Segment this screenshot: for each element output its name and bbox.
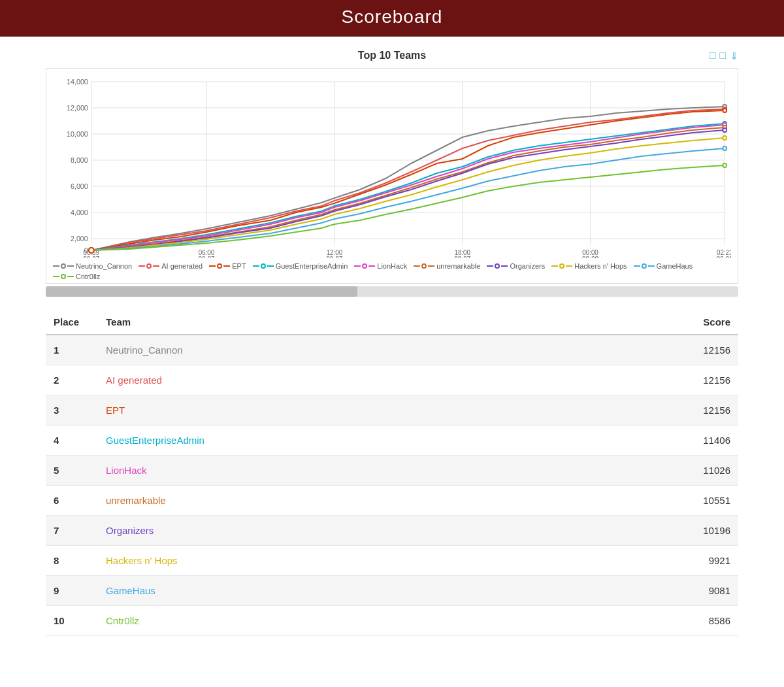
- svg-point-43: [723, 136, 727, 140]
- team-cell[interactable]: Neutrino_Cannon: [98, 335, 563, 365]
- svg-point-45: [723, 163, 727, 167]
- team-cell[interactable]: GameHaus: [98, 576, 563, 606]
- place-cell: 6: [46, 486, 98, 516]
- svg-text:8,000: 8,000: [71, 156, 88, 164]
- svg-text:2,000: 2,000: [71, 235, 88, 243]
- legend-unremarkable: unremarkable: [414, 262, 480, 270]
- svg-text:08-07: 08-07: [83, 256, 99, 258]
- team-link[interactable]: AI generated: [106, 375, 162, 386]
- score-cell: 9921: [563, 546, 738, 576]
- legend-hackers-hops: Hackers n' Hops: [551, 262, 627, 270]
- chart-container: 14,000 12,000 10,000 8,000 6,000 4,000 2…: [46, 68, 738, 284]
- team-link[interactable]: Cntr0llz: [106, 615, 139, 626]
- team-link[interactable]: unremarkable: [106, 495, 166, 506]
- main-content: Top 10 Teams □ □ ⇓: [33, 37, 751, 662]
- table-header: Place Team Score: [46, 310, 738, 335]
- resize-icon[interactable]: □: [719, 50, 726, 62]
- place-cell: 8: [46, 546, 98, 576]
- table-row: 2 AI generated 12156: [46, 365, 738, 395]
- table-row: 7 Organizers 10196: [46, 516, 738, 546]
- svg-text:08-07: 08-07: [326, 256, 342, 258]
- svg-point-35: [89, 248, 94, 253]
- chart-legend: Neutrino_Cannon AI generated: [53, 258, 731, 283]
- place-cell: 1: [46, 335, 98, 365]
- svg-text:4,000: 4,000: [71, 209, 88, 216]
- legend-ai-generated: AI generated: [139, 262, 203, 270]
- svg-text:08-07: 08-07: [199, 256, 215, 258]
- score-cell: 11406: [563, 426, 738, 456]
- svg-text:6,000: 6,000: [71, 182, 88, 190]
- column-place: Place: [46, 310, 98, 335]
- team-cell[interactable]: Cntr0llz: [98, 606, 563, 636]
- team-cell[interactable]: Organizers: [98, 516, 563, 546]
- score-cell: 12156: [563, 335, 738, 365]
- team-link[interactable]: EPT: [106, 405, 125, 416]
- legend-gamehaus: GameHaus: [634, 262, 693, 270]
- place-cell: 9: [46, 576, 98, 606]
- place-cell: 2: [46, 365, 98, 395]
- chart-area: 14,000 12,000 10,000 8,000 6,000 4,000 2…: [53, 75, 731, 258]
- legend-ept: EPT: [209, 262, 246, 270]
- legend-neutrino: Neutrino_Cannon: [53, 262, 132, 270]
- team-link[interactable]: Organizers: [106, 525, 154, 536]
- score-cell: 10551: [563, 486, 738, 516]
- table-row: 10 Cntr0llz 8586: [46, 606, 738, 636]
- place-cell: 3: [46, 395, 98, 426]
- svg-text:08-08: 08-08: [582, 256, 598, 258]
- legend-cntr0llz: Cntr0llz: [53, 273, 100, 280]
- chart-toolbar: □ □ ⇓: [710, 50, 738, 62]
- svg-point-44: [723, 146, 727, 150]
- scrollbar-thumb[interactable]: [46, 286, 357, 297]
- svg-text:12,000: 12,000: [67, 104, 88, 112]
- svg-text:10,000: 10,000: [67, 130, 88, 138]
- chart-title: Top 10 Teams: [46, 50, 738, 61]
- expand-icon[interactable]: □: [710, 50, 716, 62]
- download-icon[interactable]: ⇓: [730, 50, 738, 62]
- score-cell: 9081: [563, 576, 738, 606]
- table-row: 9 GameHaus 9081: [46, 576, 738, 606]
- table-row: 1 Neutrino_Cannon 12156: [46, 335, 738, 365]
- table-header-row: Place Team Score: [46, 310, 738, 335]
- svg-point-38: [723, 109, 727, 112]
- team-link[interactable]: GameHaus: [106, 585, 155, 596]
- team-link[interactable]: LionHack: [106, 465, 147, 476]
- svg-text:08-07: 08-07: [454, 256, 470, 258]
- svg-text:14,000: 14,000: [67, 78, 88, 86]
- svg-text:08-08: 08-08: [717, 256, 731, 258]
- scoreboard-table: Place Team Score 1 Neutrino_Cannon 12156…: [46, 310, 738, 636]
- score-cell: 12156: [563, 395, 738, 426]
- score-cell: 11026: [563, 456, 738, 486]
- team-cell[interactable]: Hackers n' Hops: [98, 546, 563, 576]
- team-cell[interactable]: AI generated: [98, 365, 563, 395]
- table-row: 4 GuestEnterpriseAdmin 11406: [46, 426, 738, 456]
- column-team: Team: [98, 310, 563, 335]
- team-cell[interactable]: LionHack: [98, 456, 563, 486]
- chart-section: Top 10 Teams □ □ ⇓: [46, 50, 738, 297]
- table-row: 5 LionHack 11026: [46, 456, 738, 486]
- place-cell: 10: [46, 606, 98, 636]
- place-cell: 5: [46, 456, 98, 486]
- legend-guestenterprise: GuestEnterpriseAdmin: [253, 262, 348, 270]
- team-link[interactable]: Hackers n' Hops: [106, 555, 178, 566]
- legend-lionhack: LionHack: [354, 262, 407, 270]
- table-body: 1 Neutrino_Cannon 12156 2 AI generated 1…: [46, 335, 738, 636]
- chart-svg: 14,000 12,000 10,000 8,000 6,000 4,000 2…: [53, 75, 731, 258]
- table-row: 6 unremarkable 10551: [46, 486, 738, 516]
- team-cell[interactable]: unremarkable: [98, 486, 563, 516]
- team-cell[interactable]: EPT: [98, 395, 563, 426]
- place-cell: 7: [46, 516, 98, 546]
- score-cell: 12156: [563, 365, 738, 395]
- score-cell: 10196: [563, 516, 738, 546]
- chart-scrollbar[interactable]: [46, 286, 738, 297]
- page-title: Scoreboard: [342, 7, 443, 27]
- svg-point-42: [723, 128, 727, 132]
- legend-organizers: Organizers: [487, 262, 545, 270]
- table-row: 3 EPT 12156: [46, 395, 738, 426]
- team-cell[interactable]: GuestEnterpriseAdmin: [98, 426, 563, 456]
- place-cell: 4: [46, 426, 98, 456]
- team-link[interactable]: Neutrino_Cannon: [106, 344, 183, 356]
- page-header: Scoreboard: [0, 0, 784, 37]
- team-link[interactable]: GuestEnterpriseAdmin: [106, 435, 204, 446]
- column-score: Score: [563, 310, 738, 335]
- score-cell: 8586: [563, 606, 738, 636]
